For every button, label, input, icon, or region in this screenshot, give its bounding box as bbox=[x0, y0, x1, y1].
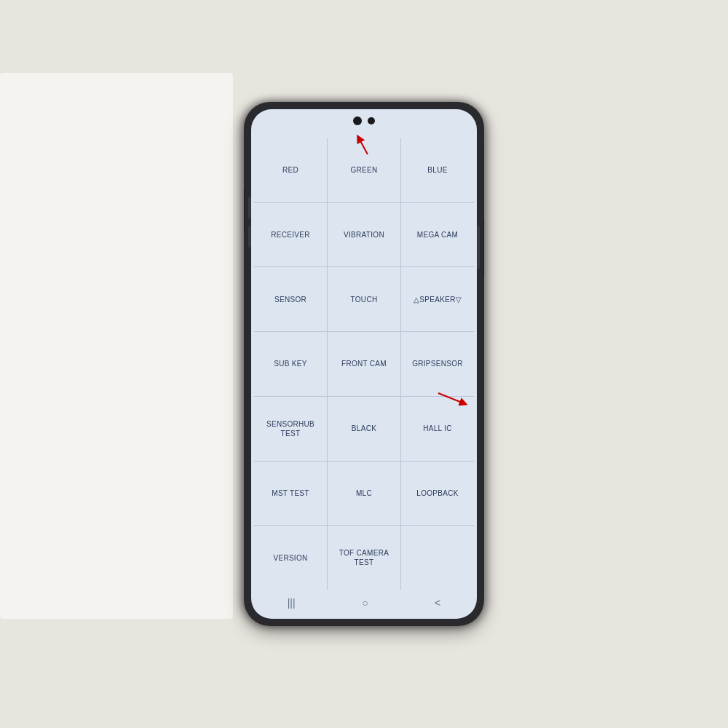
test-cell-speaker[interactable]: △SPEAKER▽ bbox=[401, 267, 474, 331]
scene: REDGREENBLUERECEIVERVIBRATIONMEGA CAMSEN… bbox=[0, 0, 728, 728]
svg-line-3 bbox=[438, 393, 464, 403]
test-label-red: RED bbox=[282, 165, 298, 175]
test-label-vibration: VIBRATION bbox=[344, 230, 384, 240]
test-cell-vibration[interactable]: VIBRATION bbox=[328, 203, 400, 267]
sensor-dot bbox=[368, 117, 375, 124]
recent-apps-icon[interactable]: ||| bbox=[288, 597, 296, 609]
test-label-hall-ic: HALL IC bbox=[423, 424, 452, 433]
camera-notch bbox=[353, 116, 375, 125]
test-cell-front-cam[interactable]: FRONT CAM bbox=[328, 332, 400, 396]
power-button[interactable] bbox=[477, 226, 480, 269]
back-icon[interactable]: < bbox=[435, 597, 440, 609]
test-cell-sensor[interactable]: SENSOR bbox=[254, 267, 327, 331]
test-cell-tof-camera-test[interactable]: TOF CAMERA TEST bbox=[328, 526, 400, 590]
test-label-blue: BLUE bbox=[427, 165, 447, 175]
test-label-sensorhub-test: SENSORHUB TEST bbox=[257, 419, 324, 438]
test-cell-receiver[interactable]: RECEIVER bbox=[254, 203, 327, 267]
test-grid: REDGREENBLUERECEIVERVIBRATIONMEGA CAMSEN… bbox=[254, 138, 474, 590]
test-cell-empty[interactable] bbox=[401, 526, 474, 590]
test-cell-loopback[interactable]: LOOPBACK bbox=[401, 462, 474, 526]
test-cell-blue[interactable]: BLUE bbox=[401, 138, 474, 202]
test-label-version: VERSION bbox=[273, 553, 307, 563]
test-cell-touch[interactable]: TOUCH bbox=[328, 267, 400, 331]
test-cell-mst-test[interactable]: MST TEST bbox=[254, 462, 327, 526]
test-label-black: BLACK bbox=[352, 424, 376, 433]
navigation-bar: ||| ○ < bbox=[254, 590, 474, 616]
test-label-sensor: SENSOR bbox=[274, 295, 306, 304]
screen-content: REDGREENBLUERECEIVERVIBRATIONMEGA CAMSEN… bbox=[251, 109, 477, 619]
test-cell-black[interactable]: BLACK bbox=[328, 397, 400, 461]
test-label-green: GREEN bbox=[350, 165, 377, 175]
test-label-touch: TOUCH bbox=[351, 295, 378, 304]
test-label-loopback: LOOPBACK bbox=[416, 488, 458, 498]
test-cell-mega-cam[interactable]: MEGA CAM bbox=[401, 203, 474, 267]
phone-device: REDGREENBLUERECEIVERVIBRATIONMEGA CAMSEN… bbox=[244, 102, 484, 626]
test-label-mst-test: MST TEST bbox=[272, 488, 309, 498]
test-label-mega-cam: MEGA CAM bbox=[417, 230, 458, 240]
test-cell-mlc[interactable]: MLC bbox=[328, 462, 400, 526]
test-label-mlc: MLC bbox=[356, 488, 372, 498]
svg-line-1 bbox=[359, 138, 368, 154]
test-label-gripsensor: GRIPSENSOR bbox=[412, 359, 463, 368]
volume-up-button[interactable] bbox=[248, 197, 251, 218]
home-icon[interactable]: ○ bbox=[362, 597, 368, 609]
red-arrow-hallic bbox=[435, 386, 471, 418]
red-arrow-camera bbox=[346, 130, 375, 162]
volume-down-button[interactable] bbox=[248, 226, 251, 248]
foam-block bbox=[0, 73, 233, 619]
phone-wrapper: REDGREENBLUERECEIVERVIBRATIONMEGA CAMSEN… bbox=[244, 102, 484, 626]
test-label-sub-key: SUB KEY bbox=[274, 359, 306, 368]
test-cell-version[interactable]: VERSION bbox=[254, 526, 327, 590]
test-cell-red[interactable]: RED bbox=[254, 138, 327, 202]
test-cell-sensorhub-test[interactable]: SENSORHUB TEST bbox=[254, 397, 327, 461]
test-label-receiver: RECEIVER bbox=[271, 230, 310, 240]
test-label-tof-camera-test: TOF CAMERA TEST bbox=[331, 548, 397, 567]
front-camera-dot bbox=[353, 116, 362, 125]
test-label-front-cam: FRONT CAM bbox=[341, 359, 387, 368]
test-label-speaker: △SPEAKER▽ bbox=[414, 295, 462, 304]
phone-screen: REDGREENBLUERECEIVERVIBRATIONMEGA CAMSEN… bbox=[251, 109, 477, 619]
test-cell-sub-key[interactable]: SUB KEY bbox=[254, 332, 327, 396]
